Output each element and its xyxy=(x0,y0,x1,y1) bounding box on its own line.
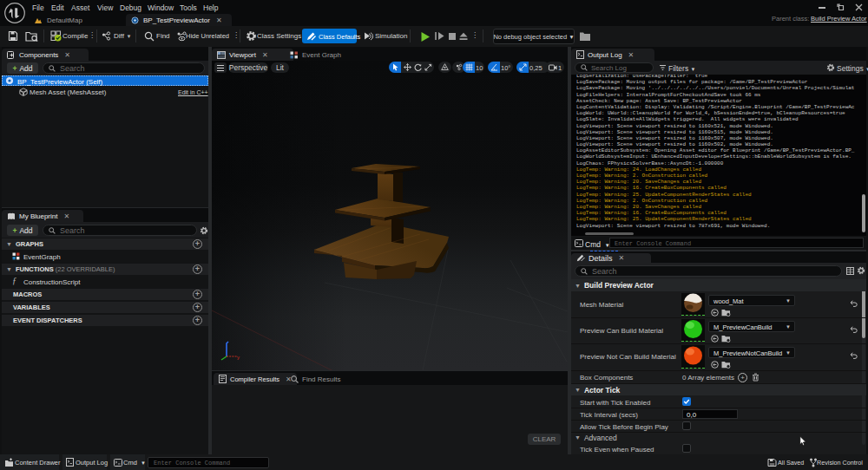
svg-text:y: y xyxy=(237,355,240,360)
